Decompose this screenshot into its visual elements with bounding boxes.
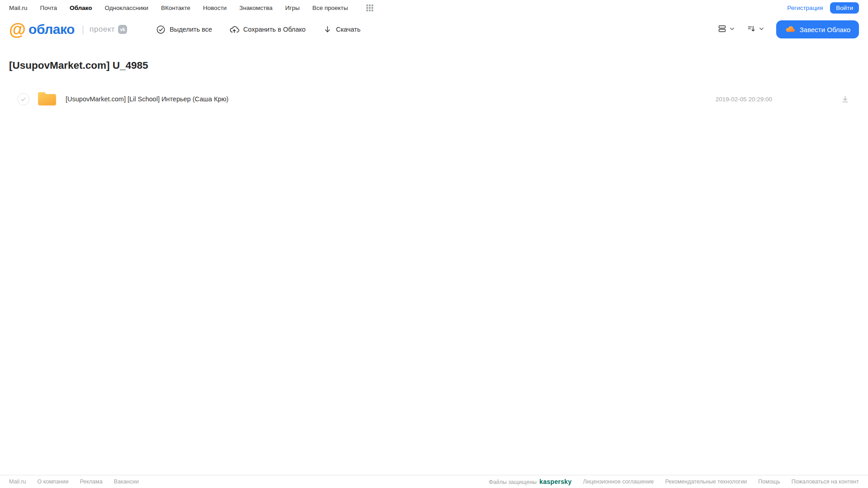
row-checkbox[interactable]: [17, 93, 29, 105]
check-circle-icon: [156, 25, 166, 34]
vk-logo-icon: vk: [118, 25, 127, 34]
check-icon: [20, 96, 27, 103]
nav-link-games[interactable]: Игры: [285, 5, 300, 11]
kaspersky-protection: Файлы защищены kaspersky: [489, 478, 571, 485]
get-cloud-label: Завести Облако: [800, 26, 850, 33]
footer-link-help[interactable]: Помощь: [758, 479, 780, 485]
save-to-cloud-button[interactable]: Сохранить в Облако: [229, 24, 306, 34]
download-arrow-icon: [323, 25, 332, 34]
footer-right-links: Файлы защищены kaspersky Лицензионное со…: [489, 478, 859, 485]
footer-link-recommendation-tech[interactable]: Рекомендательные технологии: [665, 479, 747, 485]
nav-link-mailru[interactable]: Mail.ru: [9, 5, 28, 11]
header-right: Завести Облако: [717, 20, 859, 38]
login-button[interactable]: Войти: [830, 2, 859, 14]
nav-link-all-projects[interactable]: Все проекты: [312, 5, 348, 11]
main-content: [UsupovMarket.com] U_4985 [UsupovMarket.…: [0, 60, 868, 109]
vk-project-label: проект: [90, 25, 115, 34]
page-title: [UsupovMarket.com] U_4985: [9, 60, 859, 71]
portal-nav-right: Регистрация Войти: [787, 2, 859, 14]
cloud-logo-text: облако: [28, 22, 75, 37]
footer-link-ads[interactable]: Реклама: [80, 479, 102, 485]
footer-link-mailru[interactable]: Mail.ru: [9, 479, 26, 485]
nav-link-mail[interactable]: Почта: [40, 5, 57, 11]
nav-link-vkontakte[interactable]: ВКонтакте: [161, 5, 190, 11]
cloud-icon: [785, 24, 796, 35]
logo-divider: |: [82, 24, 84, 35]
footer: Mail.ru О компании Реклама Вакансии Файл…: [0, 475, 868, 488]
portal-nav-links: Mail.ru Почта Облако Одноклассники ВКонт…: [9, 4, 374, 12]
kaspersky-logo[interactable]: kaspersky: [540, 478, 572, 485]
sort-dropdown[interactable]: [747, 24, 764, 35]
select-all-button[interactable]: Выделить все: [156, 25, 212, 34]
all-projects-grid-icon[interactable]: [366, 4, 374, 12]
footer-link-report-content[interactable]: Пожаловаться на контент: [792, 479, 859, 485]
chevron-down-icon: [729, 25, 735, 33]
files-protected-label: Файлы защищены: [489, 479, 536, 485]
footer-link-jobs[interactable]: Вакансии: [114, 479, 139, 485]
select-all-label: Выделить все: [170, 26, 212, 33]
header: @ облако | проект vk Выделить все Сохран…: [0, 14, 868, 44]
file-row[interactable]: [UsupovMarket.com] [Lil School] Интерьер…: [9, 89, 859, 109]
download-button[interactable]: Скачать: [323, 25, 360, 34]
nav-link-cloud[interactable]: Облако: [70, 5, 92, 11]
mailru-at-icon: @: [9, 21, 26, 38]
footer-link-about[interactable]: О компании: [38, 479, 69, 485]
registration-link[interactable]: Регистрация: [787, 5, 823, 11]
portal-nav: Mail.ru Почта Облако Одноклассники ВКонт…: [0, 0, 868, 14]
nav-link-odnoklassniki[interactable]: Одноклассники: [104, 5, 148, 11]
nav-link-dating[interactable]: Знакомства: [239, 5, 272, 11]
chevron-down-icon: [759, 25, 764, 33]
sort-icon: [747, 24, 756, 35]
save-to-cloud-label: Сохранить в Облако: [243, 26, 306, 33]
view-rows-icon: [717, 24, 727, 35]
cloud-logo[interactable]: @ облако | проект vk: [9, 21, 127, 38]
view-mode-dropdown[interactable]: [717, 24, 735, 35]
cloud-upload-icon: [229, 24, 239, 34]
footer-link-license[interactable]: Лицензионное соглашение: [583, 479, 654, 485]
row-download-icon[interactable]: [841, 95, 849, 104]
footer-left-links: Mail.ru О компании Реклама Вакансии: [9, 479, 139, 485]
folder-icon: [37, 90, 57, 109]
nav-link-news[interactable]: Новости: [203, 5, 227, 11]
get-cloud-button[interactable]: Завести Облако: [776, 20, 859, 38]
file-name-link[interactable]: [UsupovMarket.com] [Lil School] Интерьер…: [66, 95, 228, 103]
download-label: Скачать: [336, 26, 360, 33]
toolbar: Выделить все Сохранить в Облако Скачать: [156, 24, 360, 34]
file-date: 2019-02-05 20:29:00: [716, 96, 772, 103]
